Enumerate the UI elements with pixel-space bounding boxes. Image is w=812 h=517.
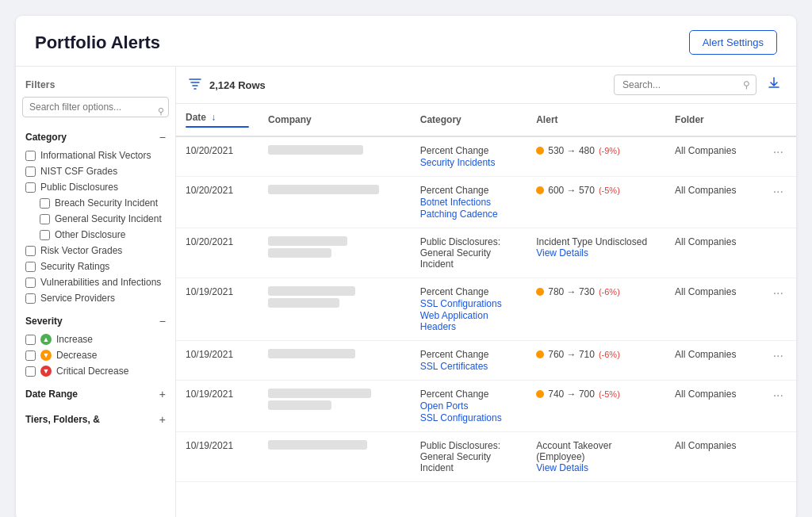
filter-security-ratings-checkbox[interactable]: [25, 262, 36, 272]
view-details-link2[interactable]: View Details: [536, 462, 588, 473]
filter-critical-decrease[interactable]: ▼ Critical Decrease: [25, 363, 166, 379]
view-details-link[interactable]: View Details: [536, 247, 588, 258]
score-text: 530 → 480: [548, 145, 595, 156]
severity-toggle[interactable]: −: [159, 316, 166, 327]
category-cell: Percent Change SSL Certificates: [411, 341, 527, 381]
category-main: Percent Change: [420, 349, 517, 360]
category-link-ssl-configs2[interactable]: SSL Configurations: [420, 412, 517, 423]
folder-column-header[interactable]: Folder: [665, 104, 760, 136]
alert-text: Account Takeover (Employee): [536, 440, 656, 462]
table-row: 10/19/2021 Public Disclosures: General S…: [176, 432, 796, 482]
filter-nist[interactable]: NIST CSF Grades: [25, 163, 166, 179]
score-dot: [536, 288, 544, 296]
filter-nist-checkbox[interactable]: [25, 167, 36, 177]
folder-text: All Companies: [675, 236, 736, 247]
download-button[interactable]: [764, 75, 783, 94]
row-actions-button[interactable]: ···: [770, 145, 787, 159]
category-link-web-headers[interactable]: Web Application Headers: [420, 310, 517, 332]
increase-icon: ▲: [40, 334, 52, 345]
alert-column-header[interactable]: Alert: [527, 104, 665, 136]
filter-service-providers-checkbox[interactable]: [25, 293, 36, 304]
tiers-folders-toggle[interactable]: +: [159, 414, 166, 425]
alert-cell: 760 → 710 (-6%): [527, 341, 665, 381]
alert-settings-button[interactable]: Alert Settings: [689, 30, 777, 55]
filter-public-disclosures-checkbox[interactable]: [25, 182, 36, 193]
date-range-toggle[interactable]: +: [159, 389, 166, 400]
category-link-patching[interactable]: Patching Cadence: [420, 209, 517, 220]
filter-other-disclosure[interactable]: Other Disclosure: [40, 227, 166, 243]
toolbar: 2,124 Rows ⚲: [176, 67, 796, 104]
search-input[interactable]: [614, 75, 756, 95]
category-link-botnet[interactable]: Botnet Infections: [420, 197, 517, 208]
folder-cell: All Companies: [665, 432, 760, 482]
score-text: 760 → 710: [548, 349, 595, 360]
date-range-section: Date Range +: [16, 382, 175, 408]
row-actions-button[interactable]: ···: [770, 286, 787, 300]
filter-critical-checkbox[interactable]: [25, 366, 36, 377]
category-toggle[interactable]: −: [159, 132, 166, 143]
filters-label: Filters: [16, 76, 175, 97]
category-cell: Public Disclosures: General Security Inc…: [411, 228, 527, 278]
category-section-title: Category: [25, 132, 67, 143]
filter-decrease-label: Decrease: [56, 350, 97, 361]
date-label: Date: [186, 112, 206, 123]
alert-cell: Incident Type Undisclosed View Details: [527, 228, 665, 278]
filter-informational-label: Informational Risk Vectors: [40, 150, 151, 161]
score-change: (-6%): [599, 350, 620, 359]
category-link-ssl-certs[interactable]: SSL Certificates: [420, 361, 517, 372]
filter-decrease[interactable]: ▼ Decrease: [25, 347, 166, 363]
date-column-header[interactable]: Date ↓: [176, 104, 259, 136]
alert-text: Incident Type Undisclosed: [536, 236, 656, 247]
company-name-blurred2: [268, 400, 331, 410]
filter-other-disclosure-checkbox[interactable]: [40, 230, 50, 240]
filter-risk-vector-checkbox[interactable]: [25, 246, 36, 256]
date-cell: 10/19/2021: [176, 278, 259, 341]
filter-general-security[interactable]: General Security Incident: [40, 211, 166, 227]
date-cell: 10/19/2021: [176, 381, 259, 432]
score-dot: [536, 147, 544, 155]
category-cell: Public Disclosures: General Security Inc…: [411, 432, 527, 482]
category-cell: Percent Change Botnet Infections Patchin…: [411, 177, 527, 228]
category-main: Percent Change: [420, 389, 517, 400]
filter-increase[interactable]: ▲ Increase: [25, 331, 166, 347]
table-row: 10/19/2021 Percent Change Open Ports SSL…: [176, 381, 796, 432]
filter-public-disclosures[interactable]: Public Disclosures: [25, 179, 166, 195]
folder-cell: All Companies: [665, 381, 760, 432]
filter-increase-checkbox[interactable]: [25, 335, 36, 345]
alert-cell: 740 → 700 (-5%): [527, 381, 665, 432]
filter-informational-checkbox[interactable]: [25, 151, 36, 161]
filter-vulnerabilities-checkbox[interactable]: [25, 278, 36, 288]
row-actions-button[interactable]: ···: [770, 349, 787, 362]
company-cell: [259, 381, 411, 432]
category-column-header[interactable]: Category: [411, 104, 527, 136]
filter-vulnerabilities[interactable]: Vulnerabilities and Infections: [25, 274, 166, 290]
filter-general-security-checkbox[interactable]: [40, 214, 50, 224]
category-link-open-ports[interactable]: Open Ports: [420, 400, 517, 412]
search-wrap: ⚲: [614, 75, 756, 95]
row-actions-button[interactable]: ···: [770, 185, 787, 198]
score-change: (-6%): [599, 287, 620, 297]
company-column-header[interactable]: Company: [259, 104, 411, 136]
row-actions-button[interactable]: ···: [770, 389, 787, 402]
company-name-blurred: [268, 185, 379, 194]
actions-cell: ···: [760, 136, 796, 177]
table-row: 10/20/2021 Public Disclosures: General S…: [176, 228, 796, 278]
company-cell: [259, 278, 411, 341]
category-link[interactable]: Security Incidents: [420, 157, 517, 168]
actions-column-header: [760, 104, 796, 136]
table-container: Date ↓ Company Category Alert Folder: [176, 104, 796, 517]
company-name-blurred: [268, 349, 355, 358]
category-link-ssl-configs[interactable]: SSL Configurations: [420, 298, 517, 309]
filter-decrease-checkbox[interactable]: [25, 350, 36, 361]
filter-service-providers[interactable]: Service Providers: [25, 290, 166, 306]
filter-breach[interactable]: Breach Security Incident: [40, 195, 166, 211]
score-dot: [536, 390, 544, 398]
category-main: Public Disclosures: General Security Inc…: [420, 236, 517, 270]
filter-informational[interactable]: Informational Risk Vectors: [25, 147, 166, 163]
category-main: Public Disclosures: General Security Inc…: [420, 440, 517, 473]
filter-search-input[interactable]: [22, 97, 169, 117]
filter-breach-checkbox[interactable]: [40, 198, 50, 209]
filter-risk-vector[interactable]: Risk Vector Grades: [25, 243, 166, 258]
filter-security-ratings[interactable]: Security Ratings: [25, 258, 166, 274]
category-cell: Percent Change Open Ports SSL Configurat…: [411, 381, 527, 432]
